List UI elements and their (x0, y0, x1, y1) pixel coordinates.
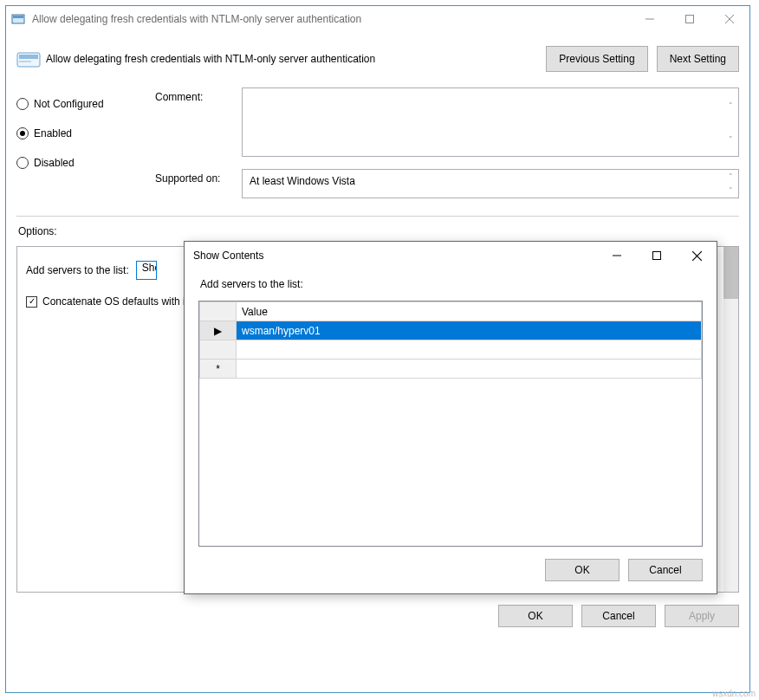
grid-column-header[interactable]: Value (237, 302, 702, 321)
radio-disabled[interactable]: Disabled (16, 148, 155, 178)
next-setting-label: Next Setting (670, 53, 726, 65)
supported-on-label: Supported on: (155, 169, 242, 198)
policy-item-icon (16, 49, 41, 68)
radio-icon (16, 98, 29, 110)
checkbox-icon: ✓ (26, 296, 37, 308)
show-contents-dialog: Show Contents Add servers to the list: V… (184, 241, 717, 594)
window-title: Allow delegating fresh credentials with … (32, 13, 630, 25)
grid-cell[interactable]: wsman/hyperv01 (237, 321, 702, 340)
comment-textarea[interactable]: ˄˅ (242, 88, 739, 157)
dialog-title: Show Contents (193, 250, 597, 262)
radio-icon (16, 157, 29, 169)
radio-not-configured[interactable]: Not Configured (16, 89, 155, 119)
grid-row[interactable]: ▶ wsman/hyperv01 (200, 321, 702, 340)
radio-label: Disabled (34, 157, 75, 169)
radio-label: Not Configured (34, 98, 104, 110)
svg-rect-3 (686, 16, 694, 23)
dialog-cancel-label: Cancel (649, 564, 681, 576)
scrollbar-thumb[interactable] (723, 247, 738, 299)
svg-rect-7 (19, 55, 38, 59)
dialog-ok-label: OK (574, 564, 589, 576)
dialog-list-label: Add servers to the list: (200, 278, 703, 290)
previous-setting-button[interactable]: Previous Setting (546, 46, 647, 72)
dialog-close-button[interactable] (677, 242, 717, 269)
radio-icon (16, 127, 29, 139)
previous-setting-label: Previous Setting (559, 53, 634, 65)
row-marker-icon: * (200, 360, 237, 379)
policy-icon (11, 12, 25, 26)
close-button[interactable] (710, 6, 749, 32)
row-marker-icon (200, 340, 237, 360)
next-setting-button[interactable]: Next Setting (657, 46, 739, 72)
supported-on-value: At least Windows Vista (250, 175, 355, 187)
chevron-up-icon[interactable]: ˄ (723, 170, 738, 184)
dialog-ok-button[interactable]: OK (545, 559, 620, 581)
chevron-down-icon[interactable]: ˅ (723, 184, 738, 198)
chevron-up-icon[interactable]: ˄ (723, 88, 738, 122)
add-servers-label: Add servers to the list: (26, 264, 129, 276)
grid-cell[interactable] (237, 360, 702, 379)
apply-button[interactable]: Apply (665, 605, 739, 627)
grid-row[interactable]: * (200, 360, 702, 379)
grid-row[interactable] (200, 340, 702, 360)
grid-cell[interactable] (237, 340, 702, 360)
radio-enabled[interactable]: Enabled (16, 119, 155, 148)
minimize-button[interactable] (630, 6, 670, 32)
supported-on-field: At least Windows Vista ˄˅ (242, 169, 739, 198)
comment-label: Comment: (155, 88, 242, 157)
svg-rect-10 (653, 252, 661, 260)
svg-rect-1 (13, 16, 23, 18)
server-list-grid[interactable]: Value ▶ wsman/hyperv01 * (198, 301, 703, 547)
divider (16, 216, 739, 217)
dialog-minimize-button[interactable] (597, 242, 637, 269)
cancel-label: Cancel (602, 610, 634, 622)
options-label: Options: (18, 225, 739, 237)
ok-label: OK (528, 610, 542, 622)
dialog-maximize-button[interactable] (637, 242, 677, 269)
maximize-button[interactable] (670, 6, 710, 32)
dialog-titlebar: Show Contents (185, 242, 717, 269)
radio-label: Enabled (34, 127, 72, 139)
watermark: wsxdn.com (712, 689, 756, 698)
grid-corner (200, 302, 237, 321)
window-titlebar: Allow delegating fresh credentials with … (6, 6, 749, 32)
show-button[interactable]: Show... (136, 261, 157, 280)
policy-header: Allow delegating fresh credentials with … (16, 41, 739, 77)
ok-button[interactable]: OK (498, 605, 573, 627)
chevron-down-icon[interactable]: ˅ (723, 122, 738, 156)
dialog-cancel-button[interactable]: Cancel (628, 559, 703, 581)
policy-title: Allow delegating fresh credentials with … (46, 53, 537, 65)
cancel-button[interactable]: Cancel (581, 605, 656, 627)
apply-label: Apply (689, 610, 715, 622)
svg-rect-8 (19, 61, 31, 62)
show-button-label: Show... (142, 262, 157, 274)
row-marker-icon: ▶ (200, 321, 237, 340)
